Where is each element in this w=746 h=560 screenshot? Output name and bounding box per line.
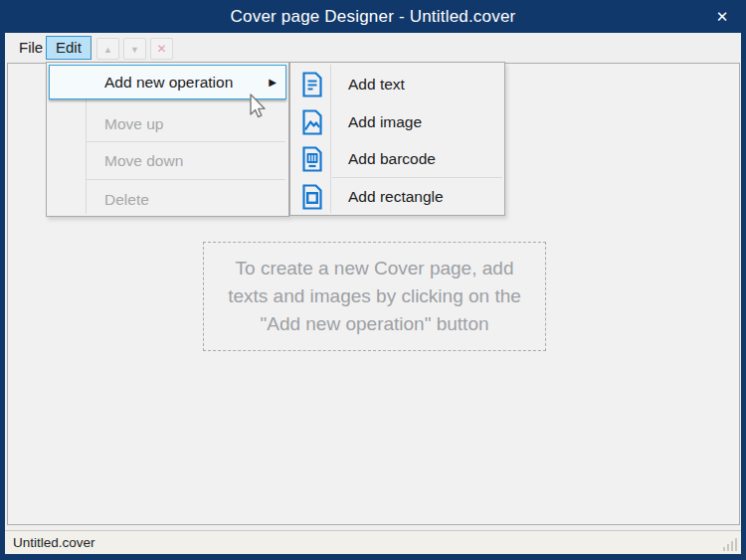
delete-button[interactable]: ✕ bbox=[150, 38, 173, 60]
window-body: File Edit ▲ ▼ ✕ To create a new Cover pa… bbox=[5, 33, 741, 554]
app-window: Cover page Designer - Untitled.cover ✕ F… bbox=[0, 0, 746, 560]
submenu-item-add-image[interactable]: Add image bbox=[291, 103, 503, 140]
placeholder-line: "Add new operation" button bbox=[260, 310, 488, 338]
submenu-item-label: Add image bbox=[348, 103, 422, 140]
move-down-button[interactable]: ▼ bbox=[123, 38, 146, 60]
move-up-button[interactable]: ▲ bbox=[96, 38, 119, 60]
menu-item-move-down[interactable]: Move down bbox=[48, 142, 287, 180]
menu-item-add-new-operation[interactable]: Add new operation ▶ bbox=[49, 65, 286, 99]
close-button[interactable]: ✕ bbox=[706, 0, 738, 33]
toolbar-separator bbox=[90, 39, 91, 58]
menu-separator bbox=[87, 179, 285, 180]
submenu-item-add-text[interactable]: Add text bbox=[291, 66, 503, 103]
add-text-icon bbox=[299, 72, 325, 97]
submenu-item-label: Add rectangle bbox=[348, 178, 444, 215]
title-bar: Cover page Designer - Untitled.cover ✕ bbox=[0, 0, 746, 33]
up-arrow-icon: ▲ bbox=[103, 45, 112, 55]
submenu-item-add-barcode[interactable]: Add barcode bbox=[291, 140, 503, 178]
down-arrow-icon: ▼ bbox=[130, 45, 139, 55]
add-operation-submenu: Add text Add image Add barcode bbox=[289, 62, 505, 216]
status-bar: Untitled.cover bbox=[5, 530, 741, 554]
window-title: Cover page Designer - Untitled.cover bbox=[0, 0, 746, 33]
menu-bar: File Edit ▲ ▼ ✕ bbox=[5, 33, 741, 63]
placeholder-line: To create a new Cover page, add bbox=[236, 255, 514, 282]
submenu-item-label: Add barcode bbox=[348, 140, 436, 178]
delete-x-icon: ✕ bbox=[156, 42, 166, 56]
add-rectangle-icon bbox=[299, 184, 325, 210]
submenu-arrow-icon: ▶ bbox=[269, 66, 277, 98]
add-image-icon bbox=[299, 109, 325, 135]
edit-dropdown-menu: Add new operation ▶ Move up Move down De… bbox=[46, 62, 289, 217]
menu-separator bbox=[87, 141, 285, 142]
submenu-item-add-rectangle[interactable]: Add rectangle bbox=[291, 178, 503, 215]
resize-grip-icon[interactable] bbox=[721, 538, 737, 551]
status-filename: Untitled.cover bbox=[13, 531, 95, 554]
menu-item-move-up[interactable]: Move up bbox=[48, 105, 287, 142]
placeholder-line: texts and images by clicking on the bbox=[228, 282, 521, 310]
menu-separator bbox=[332, 177, 502, 178]
empty-canvas-placeholder: To create a new Cover page, add texts an… bbox=[203, 242, 546, 351]
submenu-item-label: Add text bbox=[348, 66, 405, 103]
add-barcode-icon bbox=[299, 146, 325, 172]
menu-item-delete[interactable]: Delete bbox=[48, 181, 287, 218]
menu-edit[interactable]: Edit bbox=[46, 36, 92, 60]
menu-item-label: Add new operation bbox=[104, 74, 233, 91]
